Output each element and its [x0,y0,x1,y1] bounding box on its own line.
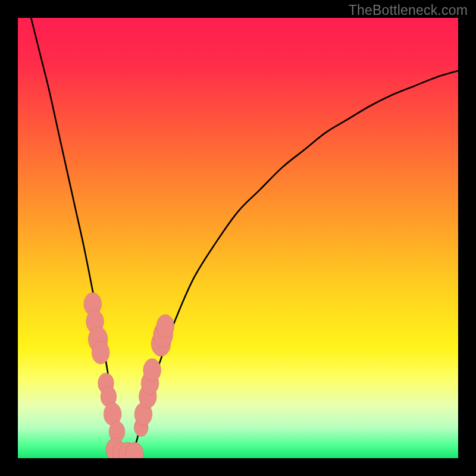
highlight-dot [156,315,174,337]
app-frame: TheBottleneck.com [0,0,476,476]
watermark-text: TheBottleneck.com [349,2,468,18]
highlight-dot [143,359,161,381]
plot-area [18,18,458,458]
bottleneck-chart [18,18,458,458]
highlight-dot [92,341,109,364]
gradient-background [18,18,458,458]
